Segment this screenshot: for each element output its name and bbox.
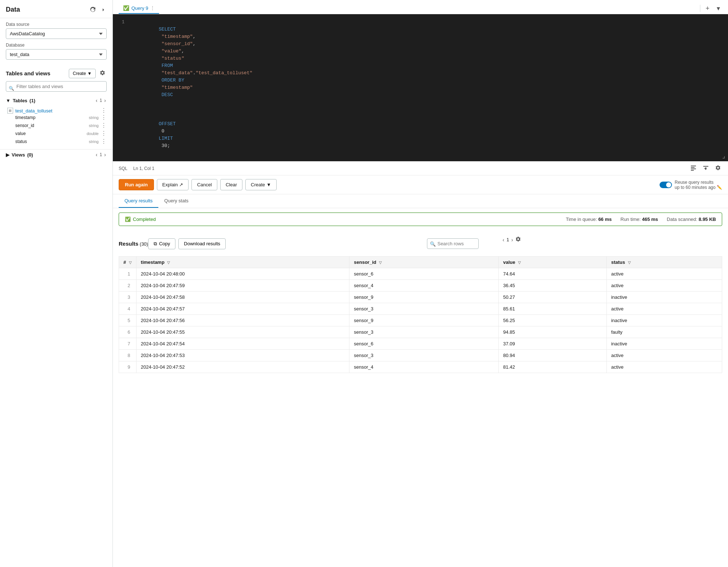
collapse-sidebar-button[interactable] [99, 6, 107, 13]
table-row: 4 2024-10-04 20:47:57 sensor_3 85.61 act… [119, 303, 722, 315]
sql-string: "test_data" [159, 70, 193, 76]
tab-query-results[interactable]: Query results [119, 194, 158, 208]
create-label: Create [73, 71, 86, 76]
cell-status: active [606, 268, 722, 280]
table-header: # ▽ timestamp ▽ sensor_id ▽ value ▽ stat… [119, 257, 722, 268]
reuse-sublabel: up to 60 minutes ago ✏️ [675, 185, 722, 190]
tables-prev-button[interactable]: ‹ [95, 98, 98, 103]
column-actions: string ⋮ [89, 123, 107, 128]
clear-button[interactable]: Clear [220, 179, 242, 190]
views-next-button[interactable]: › [103, 152, 107, 158]
filter-tables-input[interactable] [6, 81, 107, 92]
query-tab[interactable]: ✅ Query 9 ⋮ [119, 3, 159, 14]
query-actions-bar: Run again Explain ↗ Cancel Clear Create … [113, 175, 728, 194]
column-menu-button[interactable]: ⋮ [101, 115, 107, 120]
views-prev-button[interactable]: ‹ [95, 152, 98, 158]
cell-timestamp: 2024-10-04 20:48:00 [136, 268, 349, 280]
create-button[interactable]: Create ▼ [69, 69, 96, 78]
editor-status-left: SQL Ln 1, Col 1 [119, 166, 154, 171]
column-type: string [89, 139, 99, 144]
cell-timestamp: 2024-10-04 20:47:53 [136, 350, 349, 361]
table-item-name: ⊞ test_data_tolluset [7, 108, 52, 114]
sql-number: 0 [159, 128, 167, 134]
editor-line-numbers: 1 [113, 14, 127, 161]
time-in-queue-metric: Time in queue: 66 ms [566, 217, 612, 222]
table-row: 8 2024-10-04 20:47:53 sensor_3 80.94 act… [119, 350, 722, 361]
download-results-button[interactable]: Download results [178, 238, 226, 249]
tables-page: 1 [100, 98, 102, 103]
table-row: 7 2024-10-04 20:47:54 sensor_6 37.09 ina… [119, 338, 722, 350]
tables-count: (1) [29, 98, 35, 103]
tables-label: Tables [13, 98, 27, 103]
table-row: 9 2024-10-04 20:47:52 sensor_4 81.42 act… [119, 361, 722, 373]
next-page-button[interactable]: › [511, 237, 513, 243]
data-scanned-value: 8.95 KB [699, 217, 716, 222]
cell-status: active [606, 361, 722, 373]
copy-label: Copy [159, 241, 170, 246]
add-query-button[interactable]: + [703, 4, 712, 13]
datasource-select[interactable]: AwsDataCatalog [6, 28, 107, 39]
explain-button[interactable]: Explain ↗ [157, 179, 189, 190]
table-icon: ⊞ [7, 108, 13, 114]
word-wrap-button[interactable] [701, 164, 711, 173]
sort-icon: ▽ [628, 261, 631, 265]
col-sensor-id[interactable]: sensor_id ▽ [349, 257, 499, 268]
views-expand-icon: ▶ [6, 152, 9, 158]
sidebar-title-actions [89, 6, 107, 13]
prev-page-button[interactable]: ‹ [503, 237, 505, 243]
editor-line-2: OFFSET 0 LIMIT 30; [130, 106, 724, 157]
cell-value: 50.27 [499, 292, 607, 303]
editor-settings-button[interactable] [713, 164, 722, 173]
sql-punct: , [193, 34, 196, 39]
col-timestamp[interactable]: timestamp ▽ [136, 257, 349, 268]
explain-label: Explain [162, 182, 178, 187]
database-select[interactable]: test_data [6, 49, 107, 60]
views-section-header[interactable]: ▶ Views (0) ‹ 1 › [6, 150, 107, 160]
column-menu-button[interactable]: ⋮ [101, 123, 107, 128]
column-type: string [89, 115, 99, 120]
table-item[interactable]: ⊞ test_data_tolluset ⋮ timestamp string … [6, 106, 107, 148]
page-settings-button[interactable] [515, 236, 521, 243]
cell-status: inactive [606, 292, 722, 303]
refresh-button[interactable] [89, 6, 96, 13]
col-status[interactable]: status ▽ [606, 257, 722, 268]
col-num[interactable]: # ▽ [119, 257, 136, 268]
run-again-button[interactable]: Run again [119, 179, 154, 190]
edit-icon[interactable]: ✏️ [717, 185, 722, 190]
run-time-label: Run time: [621, 217, 642, 222]
cell-status: inactive [606, 338, 722, 350]
query-options-button[interactable]: ▾ [715, 4, 722, 13]
create-dropdown-button[interactable]: Create ▼ [245, 179, 277, 190]
cell-num: 8 [119, 350, 136, 361]
editor-content[interactable]: SELECT "timestamp", "sensor_id", "value"… [113, 14, 728, 161]
reuse-toggle[interactable] [660, 182, 672, 188]
sort-icon: ▽ [167, 261, 170, 265]
sort-icon: ▽ [379, 261, 382, 265]
tab-query-stats[interactable]: Query stats [158, 194, 194, 208]
results-tabs: Query results Query stats [113, 194, 728, 208]
cancel-button[interactable]: Cancel [191, 179, 217, 190]
column-menu-button[interactable]: ⋮ [101, 131, 107, 136]
editor-area[interactable]: 1 SELECT "timestamp", "sensor_id", "valu… [113, 14, 728, 161]
results-header: Results (30) ⧉ Copy Download results [119, 230, 722, 256]
tables-section-header[interactable]: ▼ Tables (1) ‹ 1 › [6, 95, 107, 106]
table-row: 6 2024-10-04 20:47:55 sensor_3 94.85 fau… [119, 326, 722, 338]
settings-button[interactable] [98, 68, 107, 78]
results-table-container: Results (30) ⧉ Copy Download results [113, 230, 728, 379]
line-number: 1 [122, 19, 124, 26]
table-item-header: ⊞ test_data_tolluset ⋮ [7, 108, 107, 114]
copy-button[interactable]: ⧉ Copy [148, 238, 175, 249]
table-menu-button[interactable]: ⋮ [101, 108, 107, 114]
column-item: sensor_id string ⋮ [15, 122, 107, 130]
format-button[interactable] [689, 164, 698, 173]
sql-keyword: ORDER BY [159, 78, 184, 83]
resize-handle[interactable]: ⌟ [722, 152, 725, 160]
cell-num: 6 [119, 326, 136, 338]
column-menu-button[interactable]: ⋮ [101, 139, 107, 144]
cell-status: faulty [606, 326, 722, 338]
cell-status: active [606, 280, 722, 292]
tables-next-button[interactable]: › [103, 98, 107, 103]
column-name: status [15, 139, 27, 144]
col-value[interactable]: value ▽ [499, 257, 607, 268]
views-label: Views [12, 152, 25, 158]
